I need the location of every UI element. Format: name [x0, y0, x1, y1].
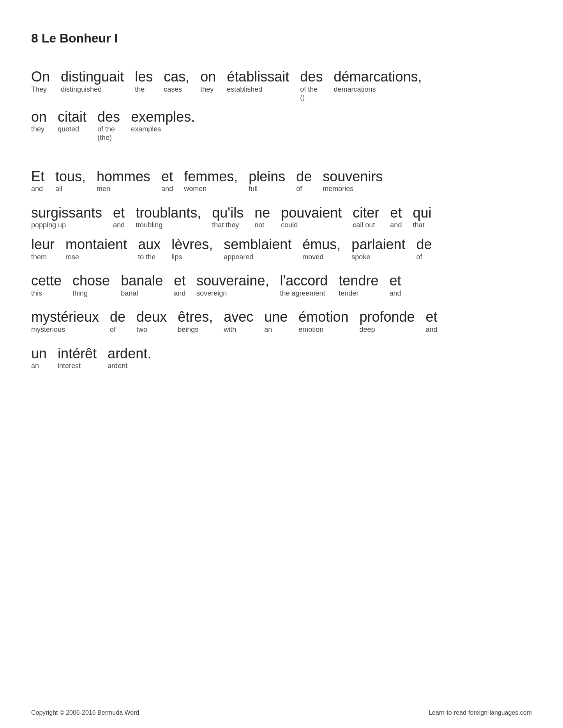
- word-group: démarcations,demarcations: [334, 69, 422, 94]
- word-group: souveraine,sovereign: [196, 273, 269, 298]
- french-word: des: [300, 69, 323, 85]
- french-word: de: [296, 169, 312, 184]
- word-group: profondedeep: [359, 309, 415, 334]
- english-word: established: [227, 85, 262, 94]
- english-word: this: [31, 289, 42, 298]
- french-word: démarcations,: [334, 69, 422, 85]
- french-word: l'accord: [280, 273, 328, 289]
- french-word: mystérieux: [31, 309, 99, 325]
- english-word: not: [254, 221, 264, 230]
- word-group: cettethis: [31, 273, 62, 298]
- sentence-line-s5: leurthemmontaientroseauxto thelèvres,lip…: [31, 237, 532, 265]
- sentence-break: [31, 200, 532, 205]
- page-title: 8 Le Bonheur I: [31, 31, 532, 46]
- word-group: onthey: [31, 109, 47, 134]
- english-word: and: [389, 289, 401, 298]
- word-group: Etand: [31, 169, 44, 193]
- word-group: cas,cases: [164, 69, 189, 94]
- word-group: etand: [426, 309, 438, 334]
- english-word: an: [264, 326, 272, 334]
- word-group: mystérieuxmysterious: [31, 309, 99, 334]
- french-word: parlaient: [351, 237, 405, 252]
- english-word: and: [31, 185, 43, 193]
- french-word: exemples.: [131, 109, 195, 125]
- word-group: etand: [161, 169, 173, 193]
- french-word: On: [31, 69, 50, 85]
- word-group: surgissantspopping up: [31, 205, 102, 230]
- word-group: êtres,beings: [178, 309, 213, 334]
- french-word: et: [389, 273, 401, 289]
- word-group: OnThey: [31, 69, 50, 94]
- french-word: tendre: [339, 273, 378, 289]
- french-word: émotion: [298, 309, 348, 325]
- english-word: of the (the): [97, 125, 115, 142]
- page-container: 8 Le Bonheur I OnTheydistinguaitdistingu…: [0, 0, 563, 401]
- footer-right: Learn-to-read-foreign-languages.com: [429, 709, 532, 716]
- english-word: deep: [359, 326, 375, 334]
- word-group: etand: [113, 205, 125, 230]
- french-word: et: [161, 169, 173, 184]
- english-word: banal: [121, 289, 138, 298]
- footer-left: Copyright © 2006-2016 Bermuda Word: [31, 709, 139, 716]
- english-word: examples: [131, 125, 161, 134]
- word-group: unan: [31, 346, 47, 370]
- french-word: hommes: [97, 169, 150, 184]
- sentence-break: [31, 341, 532, 346]
- word-group: etand: [389, 273, 401, 298]
- english-word: of: [416, 253, 422, 262]
- french-word: pouvaient: [281, 205, 342, 221]
- word-group: pouvaientcould: [281, 205, 342, 230]
- french-word: de: [416, 237, 432, 252]
- english-word: the agreement: [280, 289, 325, 298]
- french-word: chose: [72, 273, 110, 289]
- sentence-line-s8: unanintérêtinterestardent.ardent: [31, 346, 532, 374]
- word-group: leurthem: [31, 237, 55, 261]
- english-word: they: [200, 85, 214, 94]
- french-word: cas,: [164, 69, 189, 85]
- french-word: citer: [353, 205, 379, 221]
- english-word: ardent: [108, 362, 127, 370]
- sentence-line-s2: ontheycitaitquoteddesof the (the)exemple…: [31, 109, 532, 146]
- english-word: troubling: [136, 221, 162, 230]
- word-group: auxto the: [138, 237, 161, 261]
- english-word: rose: [65, 253, 79, 262]
- english-word: women: [184, 185, 206, 193]
- word-group: parlaientspoke: [351, 237, 405, 261]
- footer: Copyright © 2006-2016 Bermuda Word Learn…: [31, 709, 532, 716]
- english-word: the: [135, 85, 145, 94]
- english-word: and: [426, 326, 438, 334]
- french-word: aux: [138, 237, 161, 252]
- english-word: all: [55, 185, 62, 193]
- french-word: souveraine,: [196, 273, 269, 289]
- french-word: émus,: [302, 237, 341, 252]
- french-word: ardent.: [108, 346, 151, 361]
- english-word: and: [390, 221, 402, 230]
- french-word: banale: [121, 273, 163, 289]
- word-group: émotionemotion: [298, 309, 348, 334]
- word-group: ardent.ardent: [108, 346, 151, 370]
- english-word: them: [31, 253, 47, 262]
- english-word: cases: [164, 85, 182, 94]
- word-group: femmes,women: [184, 169, 238, 193]
- word-group: citaitquoted: [58, 109, 86, 134]
- word-group: semblaientappeared: [224, 237, 291, 261]
- word-group: banalebanal: [121, 273, 163, 298]
- english-word: could: [281, 221, 298, 230]
- word-group: l'accordthe agreement: [280, 273, 328, 298]
- word-group: lesthe: [135, 69, 153, 94]
- english-word: distinguished: [61, 85, 102, 94]
- english-word: lips: [171, 253, 182, 262]
- french-word: et: [174, 273, 185, 289]
- french-word: troublants,: [136, 205, 201, 221]
- word-group: montaientrose: [65, 237, 127, 261]
- french-word: qu'ils: [212, 205, 244, 221]
- french-word: distinguait: [61, 69, 124, 85]
- french-word: cette: [31, 273, 62, 289]
- english-word: an: [31, 362, 39, 370]
- english-word: emotion: [298, 326, 323, 334]
- french-word: pleins: [249, 169, 285, 184]
- word-group: lèvres,lips: [171, 237, 213, 261]
- french-word: établissait: [227, 69, 289, 85]
- french-word: femmes,: [184, 169, 238, 184]
- word-group: deuxtwo: [136, 309, 167, 334]
